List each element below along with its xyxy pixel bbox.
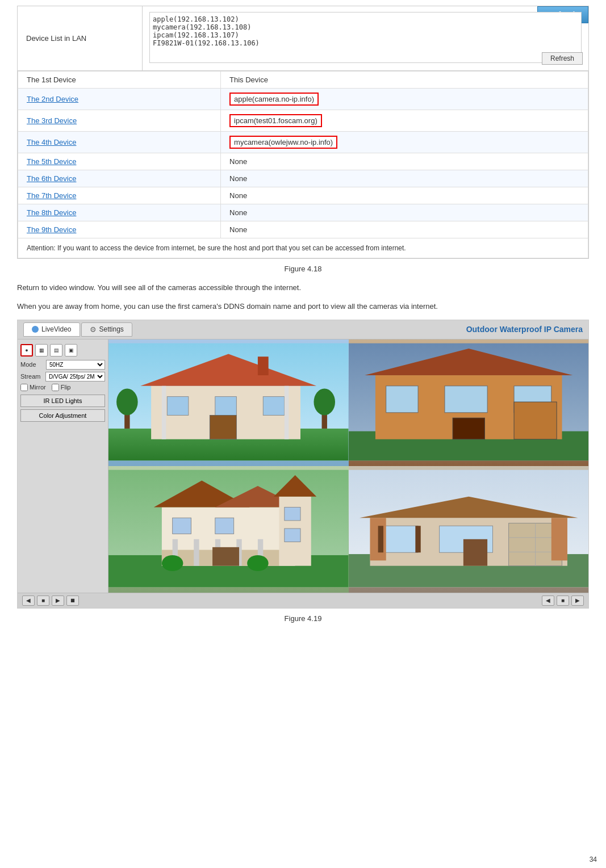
tab-settings[interactable]: ⚙ Settings (81, 322, 132, 337)
cam-bottom-bar: ◀ ■ ▶ ⏹ ◀ ■ ▶ (18, 593, 588, 608)
gear-icon: ⚙ (90, 325, 97, 334)
mode-label: Mode (20, 361, 46, 368)
device-row-5: The 5th DeviceNone (18, 153, 588, 170)
device-label-9[interactable]: The 9th Device (18, 221, 221, 238)
device-link-3[interactable]: The 3rd Device (27, 116, 77, 125)
svg-rect-6 (215, 396, 237, 415)
svg-rect-34 (285, 529, 300, 542)
device-value-5: None (221, 153, 588, 170)
svg-rect-4 (258, 357, 269, 375)
ir-led-button[interactable]: IR LED Lights (20, 395, 105, 407)
svg-rect-41 (212, 547, 239, 565)
cam-btn-r3[interactable]: ▶ (571, 596, 584, 606)
cam-btn-prev[interactable]: ◀ (22, 596, 35, 606)
device-link-8[interactable]: The 8th Device (27, 208, 76, 217)
svg-rect-37 (194, 539, 199, 565)
device-row-7: The 7th DeviceNone (18, 187, 588, 204)
device-value-4: mycamera(owlejww.no-ip.info) (221, 132, 588, 153)
cam-btn-stop[interactable]: ■ (37, 596, 49, 606)
cam-cell-3 (108, 466, 349, 593)
device-value-8: None (221, 204, 588, 221)
camera-body: ● ▦ ▤ ▣ Mode 50HZ Stream D/VGA/ 25fps/ 2… (18, 339, 588, 593)
color-adjustment-button[interactable]: Color Adjustment (20, 409, 105, 422)
flip-checkbox-item[interactable]: Flip (52, 384, 71, 391)
device-label-7[interactable]: The 7th Device (18, 187, 221, 204)
device-row-8: The 8th DeviceNone (18, 204, 588, 221)
device-row-4: The 4th Devicemycamera(owlejww.no-ip.inf… (18, 132, 588, 153)
flip-checkbox[interactable] (52, 384, 59, 391)
svg-rect-31 (173, 518, 191, 534)
cam-btn-r1[interactable]: ◀ (542, 596, 554, 606)
cam-bottom-btns-right: ◀ ■ ▶ (542, 596, 584, 606)
cam-stream-row: Stream D/VGA/ 25fps/ 2M (20, 372, 105, 381)
tab-settings-label: Settings (99, 325, 124, 333)
svg-rect-57 (378, 526, 383, 552)
svg-point-14 (314, 388, 335, 415)
svg-rect-54 (463, 539, 487, 565)
lan-devices-textarea[interactable]: apple(192.168.13.102) mycamera(192.168.1… (149, 12, 582, 63)
svg-rect-23 (514, 402, 557, 439)
cam-btn-r2[interactable]: ■ (557, 596, 569, 606)
device-label-5[interactable]: The 5th Device (18, 153, 221, 170)
stream-select[interactable]: D/VGA/ 25fps/ 2M (45, 372, 105, 381)
cam-ctrl-btn-1[interactable]: ● (20, 344, 33, 357)
device-value-2: apple(camera.no-ip.info) (221, 89, 588, 110)
refresh-button-inner[interactable]: Refresh (542, 52, 583, 65)
camera-sidebar: ● ▦ ▤ ▣ Mode 50HZ Stream D/VGA/ 25fps/ 2… (18, 339, 108, 593)
mirror-checkbox-item[interactable]: Mirror (20, 384, 46, 391)
mode-select[interactable]: 50HZ (46, 360, 105, 370)
device-value-3: ipcam(test01.foscam.org) (221, 110, 588, 132)
tab-livevideo[interactable]: LiveVideo (23, 322, 80, 337)
svg-rect-58 (415, 526, 420, 552)
device-link-5[interactable]: The 5th Device (27, 157, 76, 166)
device-row-1: The 1st DeviceThis Device (18, 72, 588, 89)
tab-livevideo-label: LiveVideo (41, 325, 72, 333)
cam-bottom-btns-left: ◀ ■ ▶ ⏹ (22, 596, 79, 606)
cam-ctrl-btn-2[interactable]: ▦ (35, 344, 48, 357)
page-number: 34 (590, 856, 597, 863)
svg-rect-22 (453, 418, 484, 439)
svg-rect-20 (445, 385, 487, 412)
device-link-9[interactable]: The 9th Device (27, 225, 76, 234)
device-label-3[interactable]: The 3rd Device (18, 110, 221, 132)
device-value-highlighted-4: mycamera(owlejww.no-ip.info) (229, 136, 337, 149)
attention-text: Attention: If you want to access the dev… (18, 238, 588, 258)
device-value-1: This Device (221, 72, 588, 89)
device-row-3: The 3rd Deviceipcam(test01.foscam.org) (18, 110, 588, 132)
device-label-6[interactable]: The 6th Device (18, 170, 221, 187)
device-value-highlighted-2: apple(camera.no-ip.info) (229, 93, 319, 106)
device-link-6[interactable]: The 6th Device (27, 174, 76, 183)
cam-ctrl-btn-4[interactable]: ▣ (65, 344, 77, 357)
svg-rect-33 (285, 507, 300, 520)
device-link-4[interactable]: The 4th Device (27, 138, 76, 146)
device-label-8[interactable]: The 8th Device (18, 204, 221, 221)
cam-cell-2 (349, 339, 589, 466)
attention-row: Attention: If you want to access the dev… (18, 238, 588, 258)
svg-rect-48 (381, 526, 418, 552)
cam-cell-1 (108, 339, 349, 466)
figure-419-caption: Figure 4.19 (17, 614, 589, 623)
body-text-2: When you are away from home, you can use… (17, 301, 589, 313)
svg-rect-32 (215, 518, 234, 534)
device-label-1: The 1st Device (18, 72, 221, 89)
cam-checkbox-row: Mirror Flip (20, 384, 105, 391)
device-row-6: The 6th DeviceNone (18, 170, 588, 187)
svg-rect-10 (285, 385, 289, 439)
device-row-9: The 9th DeviceNone (18, 221, 588, 238)
svg-point-12 (116, 388, 138, 415)
svg-rect-19 (386, 385, 417, 412)
cam-btn-rec[interactable]: ⏹ (66, 596, 79, 606)
cam-ctrl-btn-3[interactable]: ▤ (50, 344, 62, 357)
mirror-label: Mirror (30, 384, 46, 391)
device-label-4[interactable]: The 4th Device (18, 132, 221, 153)
camera-brand: Outdoor Waterproof IP Camera (466, 325, 583, 334)
device-link-7[interactable]: The 7th Device (27, 191, 76, 200)
cam-btn-play[interactable]: ▶ (52, 596, 64, 606)
cam-cell-4 (349, 466, 589, 593)
device-link-2[interactable]: The 2nd Device (27, 95, 78, 103)
device-value-7: None (221, 187, 588, 204)
device-value-6: None (221, 170, 588, 187)
mirror-checkbox[interactable] (20, 384, 28, 391)
device-label-2[interactable]: The 2nd Device (18, 89, 221, 110)
camera-header: LiveVideo ⚙ Settings Outdoor Waterproof … (18, 320, 588, 339)
